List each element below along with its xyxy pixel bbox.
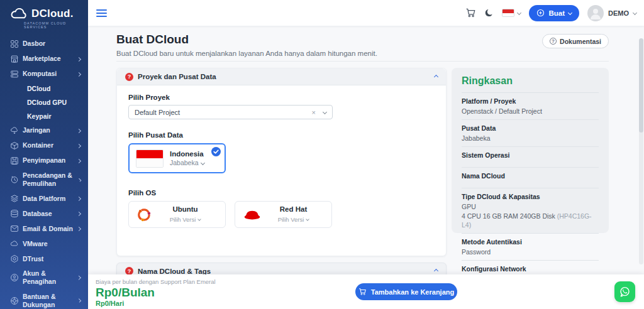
database-icon bbox=[10, 209, 19, 218]
avatar bbox=[587, 5, 604, 21]
summary-row-name: Nama DCloud bbox=[462, 168, 599, 188]
chevron-down-icon bbox=[568, 11, 572, 15]
documentation-button[interactable]: ? Dokumentasi bbox=[542, 34, 609, 48]
sidebar-subitem-keypair[interactable]: Keypair bbox=[0, 109, 88, 123]
sidebar-item-dasbor[interactable]: Dasbor bbox=[0, 36, 88, 52]
account-icon bbox=[10, 273, 19, 282]
sidebar: DCloud. DATACOMM CLOUD SERVICES Dasbor M… bbox=[0, 0, 88, 309]
indonesia-flag-icon bbox=[502, 9, 514, 17]
storefront-icon bbox=[10, 55, 19, 63]
hamburger-menu-icon[interactable] bbox=[96, 8, 107, 19]
datacenter-label: Pilih Pusat Data bbox=[128, 131, 435, 139]
summary-row-datacenter: Pusat Data Jababeka bbox=[462, 120, 599, 147]
chevron-down-icon bbox=[201, 160, 205, 165]
os-label: Pilih OS bbox=[128, 189, 435, 197]
main-content: Buat DCloud Buat DCloud baru untuk menja… bbox=[88, 26, 644, 274]
sidebar-item-pencadangan[interactable]: Pencadangan & Pemulihan bbox=[0, 168, 88, 191]
user-menu[interactable]: DEMO bbox=[587, 5, 636, 21]
chevron-down-icon bbox=[323, 110, 327, 114]
sidebar-item-dtrust[interactable]: DTrust bbox=[0, 251, 88, 266]
project-label: Pilih Proyek bbox=[128, 94, 435, 101]
summary-row-auth: Metode Autentikasi Password bbox=[462, 234, 599, 261]
box-icon bbox=[10, 141, 19, 150]
price-note: Biaya per bulan dengan Support Plan Emer… bbox=[96, 278, 216, 285]
bottom-bar: Biaya per bulan dengan Support Plan Emer… bbox=[88, 274, 644, 309]
chevron-right-icon bbox=[77, 158, 81, 163]
storage-icon bbox=[10, 156, 19, 165]
create-button[interactable]: Buat bbox=[529, 5, 579, 21]
chevron-right-icon bbox=[77, 197, 81, 201]
app-window: DCloud. DATACOMM CLOUD SERVICES Dasbor M… bbox=[0, 0, 644, 309]
page-header: Buat DCloud Buat DCloud baru untuk menja… bbox=[116, 26, 609, 62]
sidebar-item-data-platform[interactable]: Data Platform bbox=[0, 191, 88, 206]
sidebar-item-akun-penagihan[interactable]: Akun & Penagihan bbox=[0, 266, 88, 289]
sidebar-item-marketplace[interactable]: Marketplace bbox=[0, 52, 88, 67]
version-dropdown[interactable]: Pilih Versi bbox=[170, 216, 201, 223]
summary-row-os: Sistem Operasi bbox=[462, 147, 599, 168]
chevron-up-icon bbox=[434, 269, 438, 273]
page-title: Buat DCloud bbox=[116, 26, 609, 46]
chevron-down-icon bbox=[517, 11, 521, 15]
backup-clock-icon bbox=[10, 175, 19, 184]
chevron-right-icon bbox=[77, 128, 81, 133]
ubuntu-logo-icon bbox=[136, 207, 152, 223]
sidebar-item-jaringan[interactable]: Jaringan bbox=[0, 123, 88, 138]
sidebar-subitem-dcloud[interactable]: DCloud bbox=[0, 82, 88, 95]
price-summary: Biaya per bulan dengan Support Plan Emer… bbox=[96, 278, 216, 307]
server-icon bbox=[10, 70, 19, 79]
project-select[interactable]: Default Project × bbox=[128, 105, 333, 119]
network-cloud-icon bbox=[10, 126, 19, 135]
section-header-project[interactable]: ? Proyek dan Pusat Data bbox=[117, 68, 446, 85]
summary-row-type: Tipe DCloud & Kapasitas GPU 4 CPU 16 GB … bbox=[462, 188, 599, 234]
sidebar-subitem-dcloud-gpu[interactable]: DCloud GPU bbox=[0, 95, 88, 109]
os-card-redhat[interactable]: Red Hat Pilih Versi bbox=[235, 201, 332, 228]
version-dropdown[interactable]: Pilih Versi bbox=[278, 216, 309, 223]
whatsapp-icon bbox=[619, 286, 631, 298]
datacenter-card-indonesia[interactable]: Indonesia Jababeka bbox=[128, 143, 226, 173]
brand-name: DCloud. bbox=[31, 8, 74, 20]
summary-row-platform: Platform / Proyek Openstack / Default Pr… bbox=[462, 93, 599, 120]
chevron-up-icon bbox=[434, 74, 438, 79]
help-badge-icon: ? bbox=[125, 73, 133, 81]
summary-title: Ringkasan bbox=[462, 75, 599, 93]
brand-logo[interactable]: DCloud. DATACOMM CLOUD SERVICES bbox=[0, 0, 88, 31]
help-icon: ? bbox=[550, 38, 557, 45]
support-icon bbox=[10, 296, 19, 305]
project-datacenter-card: ? Proyek dan Pusat Data Pilih Proyek Def… bbox=[116, 68, 447, 256]
chevron-right-icon bbox=[77, 227, 81, 231]
region-dropdown[interactable]: Jababeka bbox=[170, 159, 204, 166]
sidebar-item-bantuan-dukungan[interactable]: Bantuan & Dukungan bbox=[0, 290, 88, 309]
topbar: Buat DEMO bbox=[88, 0, 644, 26]
shield-hex-icon bbox=[10, 254, 19, 263]
sidebar-item-kontainer[interactable]: Kontainer bbox=[0, 138, 88, 153]
chevron-right-icon bbox=[77, 72, 81, 76]
chevron-down-icon bbox=[633, 11, 637, 15]
price-daily: Rp0/Hari bbox=[96, 300, 216, 307]
indonesia-flag-icon bbox=[136, 149, 164, 168]
envelope-icon bbox=[10, 224, 19, 233]
chevron-right-icon bbox=[77, 57, 81, 61]
clear-icon[interactable]: × bbox=[312, 109, 316, 116]
plus-circle-icon bbox=[536, 9, 545, 17]
cloud-icon bbox=[10, 239, 19, 248]
dark-mode-moon-icon[interactable] bbox=[484, 8, 494, 18]
add-to-cart-button[interactable]: Tambahkan ke Keranjang bbox=[355, 283, 457, 300]
scrollbar-thumb[interactable] bbox=[639, 38, 643, 133]
os-card-ubuntu[interactable]: Ubuntu Pilih Versi bbox=[128, 201, 226, 228]
whatsapp-button[interactable] bbox=[614, 281, 635, 302]
language-selector[interactable] bbox=[502, 9, 521, 17]
sidebar-nav: Dasbor Marketplace Komputasi DCloud DClo… bbox=[0, 36, 88, 309]
sidebar-item-email-domain[interactable]: Email & Domain bbox=[0, 221, 88, 236]
sidebar-item-vmware[interactable]: VMware bbox=[0, 236, 88, 251]
page-subtitle: Buat DCloud baru untuk menjalankan layan… bbox=[116, 50, 609, 57]
sidebar-item-penyimpanan[interactable]: Penyimpanan bbox=[0, 153, 88, 168]
chevron-right-icon bbox=[77, 178, 81, 182]
summary-panel: Ringkasan Platform / Proyek Openstack / … bbox=[452, 68, 609, 233]
sidebar-item-database[interactable]: Database bbox=[0, 206, 88, 221]
redhat-logo-icon bbox=[242, 209, 262, 221]
chevron-right-icon bbox=[77, 276, 81, 280]
cart-icon bbox=[358, 288, 367, 296]
cart-icon[interactable] bbox=[465, 8, 476, 18]
dashboard-icon bbox=[10, 40, 19, 48]
sidebar-item-komputasi[interactable]: Komputasi bbox=[0, 67, 88, 82]
